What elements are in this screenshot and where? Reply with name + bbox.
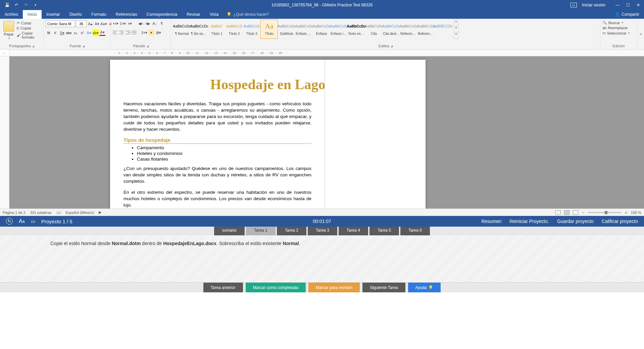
- qat-more-icon[interactable]: ▾: [32, 2, 38, 8]
- paste-dropdown-icon[interactable]: ▾: [8, 37, 10, 40]
- style-item-0[interactable]: AaBbCcDc¶ Normal: [173, 19, 191, 39]
- print-layout-icon[interactable]: [564, 210, 569, 215]
- strikethrough-button[interactable]: abc: [66, 30, 72, 36]
- spellcheck-icon[interactable]: 📖: [56, 210, 61, 215]
- task-tab-5[interactable]: Tarea 5: [369, 227, 399, 235]
- font-size-icon[interactable]: AA: [19, 218, 25, 224]
- styles-scroll-down-icon[interactable]: ▾: [454, 26, 458, 33]
- undo-icon[interactable]: ↶: [13, 2, 19, 8]
- show-marks-icon[interactable]: ¶: [159, 20, 165, 26]
- align-center-icon[interactable]: [119, 30, 125, 35]
- sort-icon[interactable]: A↓: [152, 20, 158, 26]
- style-item-7[interactable]: AaBbCcDcÉnfasis sutil: [295, 19, 313, 39]
- find-dropdown-icon[interactable]: ▾: [622, 21, 623, 24]
- document-scroll[interactable]: Hospedaje en Lago Hacemos vacaciones fác…: [9, 56, 644, 209]
- styles-scroll-up-icon[interactable]: ▴: [454, 20, 458, 26]
- task-tab-6[interactable]: Tarea 6: [400, 227, 430, 235]
- style-item-3[interactable]: AaBbCcDTítulo 2: [226, 19, 243, 39]
- style-item-13[interactable]: AaBbCcDcReferenci...: [400, 19, 417, 39]
- tab-referencias[interactable]: Referencias: [111, 10, 142, 19]
- save-icon[interactable]: 💾: [4, 2, 10, 8]
- replace-button[interactable]: abReemplazar: [602, 26, 630, 30]
- find-button[interactable]: 🔍Buscar▾: [602, 20, 630, 25]
- tab-revisar[interactable]: Revisar: [182, 10, 205, 19]
- style-item-12[interactable]: AaBbCcDcCita desta...: [383, 19, 400, 39]
- font-color-icon[interactable]: A▾: [99, 30, 105, 36]
- align-left-icon[interactable]: [113, 30, 118, 35]
- reset-icon[interactable]: ↻: [6, 218, 13, 225]
- task-tab-2[interactable]: Tarea 2: [277, 227, 306, 235]
- task-tab-4[interactable]: Tarea 4: [339, 227, 368, 235]
- horizontal-ruler[interactable]: · · · 1 · · · 2 · · · 3 · · · 4 · · · 5 …: [9, 50, 644, 56]
- justify-icon[interactable]: [132, 30, 137, 35]
- style-item-15[interactable]: AABBCCDC: [435, 19, 452, 39]
- login-link[interactable]: Iniciar sesión: [582, 3, 605, 7]
- maximize-icon[interactable]: ☐: [626, 3, 630, 7]
- style-item-8[interactable]: AaBbCcDcÉnfasis: [313, 19, 330, 39]
- borders-icon[interactable]: ⊞▾: [155, 30, 161, 36]
- format-painter-button[interactable]: 🖌Copiar formato: [17, 31, 41, 39]
- bullets-icon[interactable]: •≡▾: [113, 20, 119, 26]
- tab-correspondencia[interactable]: Correspondencia: [142, 10, 182, 19]
- decrease-indent-icon[interactable]: ◀≡: [138, 20, 144, 26]
- share-button[interactable]: 👤 Compartir: [615, 12, 639, 17]
- style-item-6[interactable]: AaBbCcDcSubtítulo: [278, 19, 295, 39]
- tab-diseno[interactable]: Diseño: [65, 10, 87, 19]
- next-task-button[interactable]: Siguiente Tarea: [362, 283, 405, 292]
- style-item-9[interactable]: AaBbCcDcÉnfasis int...: [330, 19, 348, 39]
- font-dialog-launcher-icon[interactable]: ◢: [83, 45, 85, 48]
- mark-complete-button[interactable]: Marcar como completada: [246, 283, 306, 292]
- minimize-icon[interactable]: —: [615, 3, 620, 7]
- text-effects-icon[interactable]: A▾: [86, 30, 92, 36]
- shading-icon[interactable]: ▾: [148, 30, 154, 36]
- superscript-button[interactable]: x²: [79, 30, 85, 36]
- help-button[interactable]: Ayuda💡: [408, 283, 441, 292]
- task-tab-3[interactable]: Tarea 3: [308, 227, 337, 235]
- paragraph-dialog-launcher-icon[interactable]: ◢: [147, 45, 149, 48]
- grow-font-icon[interactable]: A▴: [87, 21, 93, 27]
- mark-review-button[interactable]: Marcar para revisión: [308, 283, 360, 292]
- styles-gallery[interactable]: AaBbCcDc¶ NormalAaBbCcDc¶ Sin espa...AaB…: [173, 19, 452, 40]
- numbering-icon[interactable]: 1≡▾: [120, 20, 126, 26]
- bold-button[interactable]: N: [46, 30, 52, 36]
- tab-archivo[interactable]: Archivo: [0, 10, 23, 19]
- status-words[interactable]: 331 palabras: [30, 211, 52, 215]
- style-item-11[interactable]: AaBbCcDcCita: [365, 19, 383, 39]
- italic-button[interactable]: K: [52, 30, 58, 36]
- prev-task-button[interactable]: Tarea anterior: [203, 283, 243, 292]
- paste-button[interactable]: Pegar ▾: [2, 19, 15, 41]
- multilevel-icon[interactable]: ≡▾: [127, 20, 133, 26]
- vertical-ruler[interactable]: [0, 56, 9, 209]
- reiniciar-link[interactable]: Reiniciar Proyecto.: [509, 219, 549, 224]
- styles-dialog-launcher-icon[interactable]: ◢: [391, 45, 393, 48]
- line-spacing-icon[interactable]: ‡≡▾: [141, 30, 147, 36]
- zoom-out-icon[interactable]: −: [582, 210, 584, 215]
- collapse-ribbon-icon[interactable]: ʌ: [637, 19, 644, 49]
- redo-icon[interactable]: ↷: [23, 2, 29, 8]
- tell-me-search[interactable]: 💡 ¿Qué desea hacer?: [227, 12, 269, 17]
- status-page[interactable]: Página 1 de 2: [3, 211, 26, 215]
- select-dropdown-icon[interactable]: ▾: [628, 32, 630, 35]
- clipboard-dialog-launcher-icon[interactable]: ◢: [32, 45, 34, 48]
- cut-button[interactable]: ✂Cortar: [17, 21, 41, 25]
- highlight-icon[interactable]: ab▾: [93, 30, 99, 36]
- macro-icon[interactable]: ▶: [99, 210, 101, 215]
- align-right-icon[interactable]: [126, 30, 131, 35]
- style-item-4[interactable]: AaBbCcDTítulo 3: [243, 19, 260, 39]
- panel-icon[interactable]: ▭: [31, 219, 35, 224]
- close-icon[interactable]: ✕: [637, 3, 640, 7]
- zoom-in-icon[interactable]: +: [625, 210, 628, 215]
- task-tab-1[interactable]: Tarea 1: [246, 227, 276, 235]
- tab-insertar[interactable]: Insertar: [42, 10, 65, 19]
- underline-button[interactable]: S▾: [59, 30, 65, 36]
- zoom-slider[interactable]: [588, 212, 622, 213]
- resumen-link[interactable]: Resumen: [481, 219, 501, 224]
- tab-sumario[interactable]: sumario: [214, 227, 245, 235]
- copy-button[interactable]: ⎘Copiar: [17, 26, 41, 30]
- zoom-level[interactable]: 100 %: [631, 211, 641, 215]
- guardar-link[interactable]: Guardar proyecto: [557, 219, 594, 224]
- tab-vista[interactable]: Vista: [205, 10, 223, 19]
- increase-indent-icon[interactable]: ≡▶: [145, 20, 151, 26]
- style-item-1[interactable]: AaBbCcDc¶ Sin espa...: [191, 19, 208, 39]
- font-size-input[interactable]: [76, 20, 87, 27]
